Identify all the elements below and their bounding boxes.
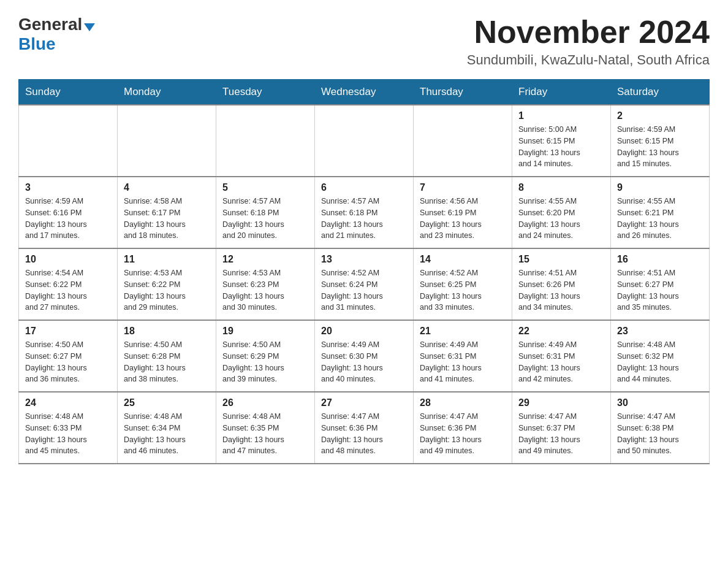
calendar-cell: 23Sunrise: 4:48 AM Sunset: 6:32 PM Dayli…	[611, 320, 710, 392]
month-title: November 2024	[467, 15, 710, 50]
weekday-header: Sunday	[19, 80, 118, 105]
day-info: Sunrise: 4:51 AM Sunset: 6:26 PM Dayligh…	[518, 267, 604, 313]
day-info: Sunrise: 4:50 AM Sunset: 6:28 PM Dayligh…	[124, 339, 210, 385]
day-info: Sunrise: 4:54 AM Sunset: 6:22 PM Dayligh…	[25, 267, 111, 313]
day-info: Sunrise: 4:49 AM Sunset: 6:31 PM Dayligh…	[420, 339, 506, 385]
location-title: Sundumbili, KwaZulu-Natal, South Africa	[467, 52, 710, 68]
calendar-cell: 6Sunrise: 4:57 AM Sunset: 6:18 PM Daylig…	[315, 177, 414, 248]
day-number: 26	[222, 397, 308, 408]
calendar-cell: 12Sunrise: 4:53 AM Sunset: 6:23 PM Dayli…	[216, 248, 315, 320]
day-info: Sunrise: 4:52 AM Sunset: 6:24 PM Dayligh…	[321, 267, 407, 313]
calendar-table: SundayMondayTuesdayWednesdayThursdayFrid…	[18, 79, 710, 464]
calendar-cell: 18Sunrise: 4:50 AM Sunset: 6:28 PM Dayli…	[118, 320, 216, 392]
day-info: Sunrise: 4:48 AM Sunset: 6:33 PM Dayligh…	[25, 411, 111, 457]
calendar-week-row: 17Sunrise: 4:50 AM Sunset: 6:27 PM Dayli…	[19, 320, 710, 392]
day-info: Sunrise: 4:51 AM Sunset: 6:27 PM Dayligh…	[617, 267, 703, 313]
calendar-cell: 25Sunrise: 4:48 AM Sunset: 6:34 PM Dayli…	[118, 392, 216, 464]
calendar-cell	[19, 105, 118, 177]
weekday-header: Saturday	[611, 80, 710, 105]
day-number: 25	[124, 397, 210, 408]
day-number: 22	[518, 326, 604, 337]
calendar-cell: 4Sunrise: 4:58 AM Sunset: 6:17 PM Daylig…	[118, 177, 216, 248]
day-number: 8	[518, 182, 604, 193]
page-header: General Blue November 2024 Sundumbili, K…	[18, 15, 710, 68]
day-info: Sunrise: 4:47 AM Sunset: 6:36 PM Dayligh…	[420, 411, 506, 457]
day-number: 4	[124, 182, 210, 193]
calendar-cell: 21Sunrise: 4:49 AM Sunset: 6:31 PM Dayli…	[414, 320, 512, 392]
weekday-header: Tuesday	[216, 80, 315, 105]
day-number: 28	[420, 397, 506, 408]
day-info: Sunrise: 4:53 AM Sunset: 6:22 PM Dayligh…	[124, 267, 210, 313]
day-info: Sunrise: 4:55 AM Sunset: 6:21 PM Dayligh…	[617, 196, 703, 242]
day-number: 17	[25, 326, 111, 337]
calendar-cell: 22Sunrise: 4:49 AM Sunset: 6:31 PM Dayli…	[512, 320, 611, 392]
day-number: 11	[124, 254, 210, 265]
day-info: Sunrise: 4:52 AM Sunset: 6:25 PM Dayligh…	[420, 267, 506, 313]
day-info: Sunrise: 4:50 AM Sunset: 6:29 PM Dayligh…	[222, 339, 308, 385]
logo-triangle-icon	[84, 23, 95, 31]
weekday-header: Friday	[512, 80, 611, 105]
calendar-cell: 27Sunrise: 4:47 AM Sunset: 6:36 PM Dayli…	[315, 392, 414, 464]
calendar-cell	[216, 105, 315, 177]
calendar-cell: 19Sunrise: 4:50 AM Sunset: 6:29 PM Dayli…	[216, 320, 315, 392]
day-number: 19	[222, 326, 308, 337]
logo-blue-text: Blue	[18, 34, 56, 53]
calendar-cell: 1Sunrise: 5:00 AM Sunset: 6:15 PM Daylig…	[512, 105, 611, 177]
calendar-week-row: 1Sunrise: 5:00 AM Sunset: 6:15 PM Daylig…	[19, 105, 710, 177]
calendar-cell: 17Sunrise: 4:50 AM Sunset: 6:27 PM Dayli…	[19, 320, 118, 392]
day-number: 30	[617, 397, 703, 408]
day-number: 18	[124, 326, 210, 337]
day-number: 7	[420, 182, 506, 193]
day-number: 1	[518, 110, 604, 121]
weekday-header: Thursday	[414, 80, 512, 105]
day-number: 15	[518, 254, 604, 265]
calendar-cell: 8Sunrise: 4:55 AM Sunset: 6:20 PM Daylig…	[512, 177, 611, 248]
day-info: Sunrise: 4:57 AM Sunset: 6:18 PM Dayligh…	[321, 196, 407, 242]
day-info: Sunrise: 4:47 AM Sunset: 6:38 PM Dayligh…	[617, 411, 703, 457]
calendar-cell: 2Sunrise: 4:59 AM Sunset: 6:15 PM Daylig…	[611, 105, 710, 177]
day-number: 23	[617, 326, 703, 337]
calendar-cell: 29Sunrise: 4:47 AM Sunset: 6:37 PM Dayli…	[512, 392, 611, 464]
day-info: Sunrise: 4:57 AM Sunset: 6:18 PM Dayligh…	[222, 196, 308, 242]
day-number: 6	[321, 182, 407, 193]
calendar-cell: 16Sunrise: 4:51 AM Sunset: 6:27 PM Dayli…	[611, 248, 710, 320]
calendar-cell: 14Sunrise: 4:52 AM Sunset: 6:25 PM Dayli…	[414, 248, 512, 320]
day-info: Sunrise: 4:59 AM Sunset: 6:15 PM Dayligh…	[617, 124, 703, 170]
weekday-header: Wednesday	[315, 80, 414, 105]
calendar-cell: 9Sunrise: 4:55 AM Sunset: 6:21 PM Daylig…	[611, 177, 710, 248]
calendar-cell: 5Sunrise: 4:57 AM Sunset: 6:18 PM Daylig…	[216, 177, 315, 248]
calendar-cell: 20Sunrise: 4:49 AM Sunset: 6:30 PM Dayli…	[315, 320, 414, 392]
day-info: Sunrise: 4:48 AM Sunset: 6:34 PM Dayligh…	[124, 411, 210, 457]
day-number: 24	[25, 397, 111, 408]
calendar-cell: 30Sunrise: 4:47 AM Sunset: 6:38 PM Dayli…	[611, 392, 710, 464]
day-number: 27	[321, 397, 407, 408]
calendar-cell: 15Sunrise: 4:51 AM Sunset: 6:26 PM Dayli…	[512, 248, 611, 320]
day-number: 10	[25, 254, 111, 265]
day-info: Sunrise: 4:50 AM Sunset: 6:27 PM Dayligh…	[25, 339, 111, 385]
calendar-cell	[315, 105, 414, 177]
day-number: 20	[321, 326, 407, 337]
calendar-cell: 10Sunrise: 4:54 AM Sunset: 6:22 PM Dayli…	[19, 248, 118, 320]
day-info: Sunrise: 4:47 AM Sunset: 6:36 PM Dayligh…	[321, 411, 407, 457]
calendar-cell: 28Sunrise: 4:47 AM Sunset: 6:36 PM Dayli…	[414, 392, 512, 464]
day-info: Sunrise: 4:58 AM Sunset: 6:17 PM Dayligh…	[124, 196, 210, 242]
weekday-header: Monday	[118, 80, 216, 105]
day-number: 12	[222, 254, 308, 265]
calendar-cell: 7Sunrise: 4:56 AM Sunset: 6:19 PM Daylig…	[414, 177, 512, 248]
day-info: Sunrise: 4:59 AM Sunset: 6:16 PM Dayligh…	[25, 196, 111, 242]
day-number: 2	[617, 110, 703, 121]
day-number: 29	[518, 397, 604, 408]
day-number: 9	[617, 182, 703, 193]
calendar-cell: 13Sunrise: 4:52 AM Sunset: 6:24 PM Dayli…	[315, 248, 414, 320]
calendar-week-row: 24Sunrise: 4:48 AM Sunset: 6:33 PM Dayli…	[19, 392, 710, 464]
calendar-cell	[118, 105, 216, 177]
day-number: 21	[420, 326, 506, 337]
calendar-week-row: 3Sunrise: 4:59 AM Sunset: 6:16 PM Daylig…	[19, 177, 710, 248]
day-number: 14	[420, 254, 506, 265]
calendar-cell: 26Sunrise: 4:48 AM Sunset: 6:35 PM Dayli…	[216, 392, 315, 464]
day-info: Sunrise: 4:47 AM Sunset: 6:37 PM Dayligh…	[518, 411, 604, 457]
calendar-week-row: 10Sunrise: 4:54 AM Sunset: 6:22 PM Dayli…	[19, 248, 710, 320]
day-info: Sunrise: 4:53 AM Sunset: 6:23 PM Dayligh…	[222, 267, 308, 313]
calendar-cell	[414, 105, 512, 177]
calendar-cell: 24Sunrise: 4:48 AM Sunset: 6:33 PM Dayli…	[19, 392, 118, 464]
